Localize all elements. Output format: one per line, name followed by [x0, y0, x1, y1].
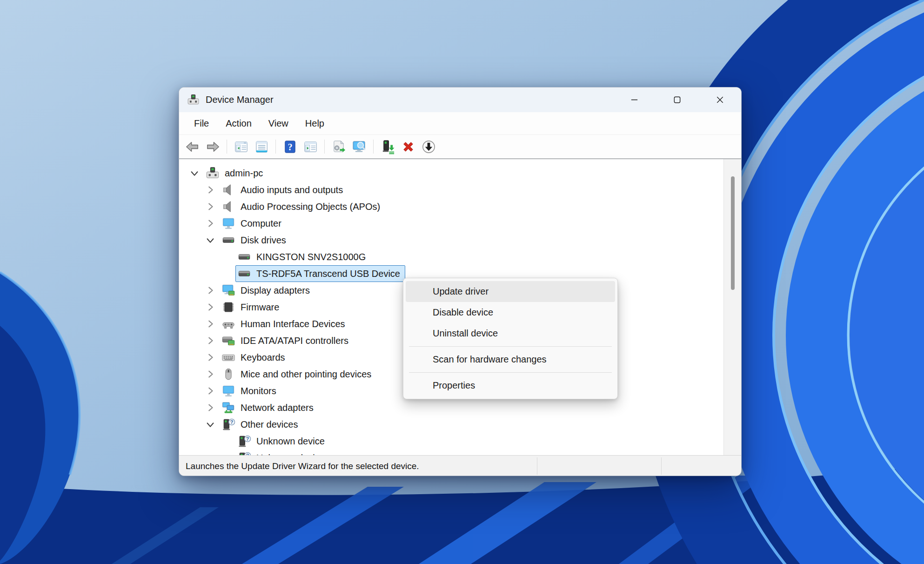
tree-item-content[interactable]: admin-pc [204, 165, 268, 181]
menu-item-help[interactable]: Help [299, 115, 331, 132]
chevron-right-icon[interactable] [204, 335, 216, 347]
show-action-pane-button[interactable] [301, 137, 320, 156]
chevron-right-icon[interactable] [204, 385, 216, 397]
tree-item-other-devices[interactable]: ?Other devices [179, 416, 723, 433]
scan-hardware-button[interactable] [350, 137, 368, 156]
tree-item-content[interactable]: IDE ATA/ATAPI controllers [220, 332, 354, 349]
ide-controller-icon [221, 334, 235, 348]
maximize-button[interactable] [656, 87, 698, 112]
status-bar: Launches the Update Driver Wizard for th… [179, 455, 741, 476]
svg-text:?: ? [246, 436, 249, 442]
tree-item-content[interactable]: Disk drives [220, 232, 291, 248]
chevron-right-icon[interactable] [204, 368, 216, 380]
chevron-right-icon[interactable] [204, 284, 216, 296]
context-menu-item-scan-for-hardware-changes[interactable]: Scan for hardware changes [406, 349, 615, 370]
chevron-down-icon[interactable] [204, 418, 216, 430]
tree-item-label: IDE ATA/ATAPI controllers [241, 336, 348, 346]
show-console-tree-button[interactable] [232, 137, 250, 156]
chevron-right-icon[interactable] [204, 301, 216, 313]
context-menu: Update driverDisable deviceUninstall dev… [403, 278, 618, 399]
chevron-right-icon[interactable] [204, 184, 216, 196]
toolbar: ? [179, 134, 741, 159]
tree-item-content[interactable]: Computer [220, 215, 287, 232]
tree-item-audio-processing-objects-apos[interactable]: Audio Processing Objects (APOs) [179, 198, 723, 215]
tree-item-label: Monitors [241, 386, 276, 396]
update-driver-device-icon [380, 139, 395, 154]
disk-icon [237, 267, 251, 281]
back-button[interactable] [183, 137, 201, 156]
menu-item-action[interactable]: Action [219, 115, 258, 132]
status-pane-divider [537, 457, 537, 475]
tree-item-content[interactable]: ?Unknown device [235, 433, 330, 450]
chevron-right-icon[interactable] [204, 217, 216, 229]
update-driver-device-button[interactable] [378, 137, 397, 156]
context-menu-separator [409, 372, 612, 373]
chevron-spacer [220, 452, 232, 455]
context-menu-item-properties[interactable]: Properties [406, 375, 615, 396]
menu-bar: FileActionViewHelp [179, 112, 741, 134]
tree-item-content[interactable]: Firmware [220, 299, 284, 316]
tree-item-content[interactable]: Network adapters [220, 399, 319, 416]
minimize-button[interactable] [613, 87, 656, 112]
tree-item-label: Disk drives [241, 235, 286, 246]
tree-item-content[interactable]: Display adapters [220, 282, 315, 299]
help-icon: ? [282, 139, 298, 154]
chevron-spacer [220, 251, 232, 263]
unknown-device-icon: ? [237, 434, 251, 448]
chevron-right-icon[interactable] [204, 351, 216, 363]
context-menu-item-disable-device[interactable]: Disable device [406, 302, 615, 323]
forward-icon [205, 139, 221, 154]
tree-item-unknown-device[interactable]: ?Unknown device [179, 433, 723, 450]
update-driver-page-icon [331, 139, 347, 154]
tree-item-content[interactable]: Human Interface Devices [220, 316, 350, 332]
uninstall-device-button[interactable] [399, 137, 417, 156]
tree-item-label: Display adapters [241, 285, 310, 296]
tree-item-admin-pc[interactable]: admin-pc [179, 165, 723, 181]
forward-button[interactable] [203, 137, 222, 156]
computer-device-icon [206, 166, 220, 180]
tree-item-content[interactable]: KINGSTON SNV2S1000G [235, 248, 371, 265]
tree-item-kingston-snv2s1000g[interactable]: KINGSTON SNV2S1000G [179, 248, 723, 265]
tree-item-unknown-device[interactable]: ?Unknown device [179, 450, 723, 455]
disable-device-button[interactable] [419, 137, 438, 156]
firmware-chip-icon [221, 300, 235, 314]
chevron-spacer [220, 435, 232, 447]
titlebar[interactable]: Device Manager [179, 87, 741, 112]
chevron-right-icon[interactable] [204, 201, 216, 213]
properties-button[interactable] [252, 137, 271, 156]
tree-item-audio-inputs-and-outputs[interactable]: Audio inputs and outputs [179, 181, 723, 198]
toolbar-separator [275, 140, 276, 154]
menu-item-view[interactable]: View [262, 115, 295, 132]
close-button[interactable] [698, 87, 741, 112]
context-menu-item-uninstall-device[interactable]: Uninstall device [406, 323, 615, 344]
update-driver-page-button[interactable] [329, 137, 348, 156]
tree-item-network-adapters[interactable]: Network adapters [179, 399, 723, 416]
tree-item-content[interactable]: Monitors [220, 383, 281, 399]
monitor-icon [221, 384, 235, 398]
help-button[interactable]: ? [281, 137, 299, 156]
tree-item-content[interactable]: Audio Processing Objects (APOs) [220, 198, 385, 215]
tree-item-content[interactable]: ?Unknown device [235, 450, 330, 455]
speaker-icon [221, 183, 235, 197]
tree-item-content[interactable]: Keyboards [220, 349, 290, 366]
chevron-down-icon[interactable] [204, 234, 216, 246]
tree-item-content[interactable]: TS-RDF5A Transcend USB Device [235, 265, 405, 282]
tree-item-label: Computer [241, 218, 281, 229]
chevron-right-icon[interactable] [204, 318, 216, 330]
svg-text:?: ? [288, 142, 292, 152]
tree-scrollbar-thumb[interactable] [731, 176, 735, 290]
window-controls [613, 87, 741, 112]
menu-item-file[interactable]: File [187, 115, 215, 132]
tree-item-computer[interactable]: Computer [179, 215, 723, 232]
context-menu-item-update-driver[interactable]: Update driver [406, 281, 615, 302]
chevron-right-icon[interactable] [204, 402, 216, 414]
chevron-down-icon[interactable] [188, 167, 201, 179]
tree-item-label: Mice and other pointing devices [241, 369, 371, 380]
tree-item-content[interactable]: Mice and other pointing devices [220, 366, 376, 383]
tree-item-label: Other devices [241, 419, 298, 430]
tree-item-content[interactable]: Audio inputs and outputs [220, 181, 348, 198]
tree-item-content[interactable]: ?Other devices [220, 416, 303, 433]
tree-item-label: Unknown device [256, 436, 325, 447]
tree-scrollbar-track[interactable] [723, 159, 741, 455]
tree-item-disk-drives[interactable]: Disk drives [179, 232, 723, 248]
